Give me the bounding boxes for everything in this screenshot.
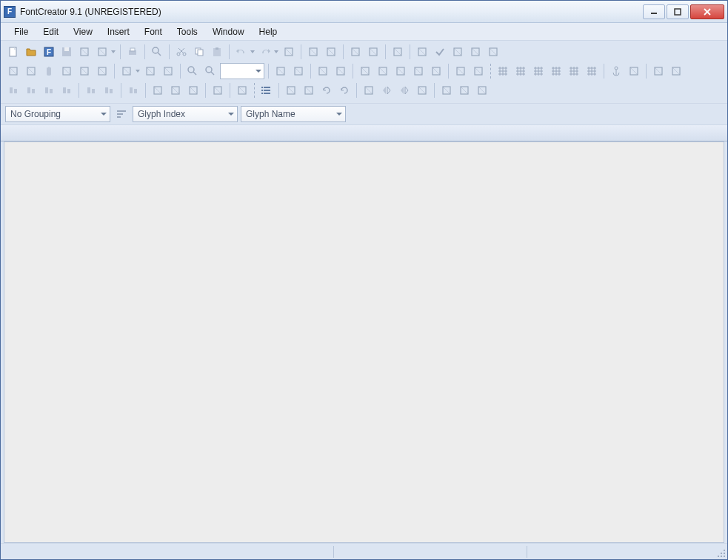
svg-rect-176	[117, 113, 123, 115]
statusbar	[1, 543, 727, 559]
chain-icon	[210, 82, 226, 99]
menu-view[interactable]: View	[66, 24, 100, 39]
glyph-name-combo[interactable]: Glyph Name	[241, 106, 346, 122]
print-icon	[124, 44, 141, 60]
resize-grip[interactable]	[717, 549, 726, 558]
toolbar-separator	[385, 44, 386, 59]
svg-line-166	[365, 87, 373, 94]
toolbar-separator	[230, 83, 230, 98]
flag-icon	[333, 63, 349, 79]
svg-line-46	[10, 67, 17, 75]
preview-p-icon	[390, 44, 406, 60]
mirror-h-icon	[378, 82, 395, 99]
menu-edit[interactable]: Edit	[36, 24, 66, 39]
knife-icon	[59, 63, 75, 79]
menu-tools[interactable]: Tools	[170, 24, 205, 39]
pen-icon	[76, 63, 93, 79]
actual-size-icon	[290, 63, 307, 79]
new-file-icon[interactable]	[5, 44, 21, 60]
autokern-icon	[414, 44, 430, 60]
toolbar-separator	[229, 44, 230, 59]
menu-file[interactable]: File	[7, 24, 36, 39]
svg-rect-132	[14, 89, 17, 93]
redo-icon-dropdown	[273, 44, 279, 60]
svg-line-62	[193, 72, 196, 75]
validate-check-icon	[432, 44, 448, 60]
grouping-combo-label: No Grouping	[10, 109, 61, 119]
font-install-icon[interactable]: F	[41, 44, 57, 60]
anchor-up-icon	[626, 63, 642, 79]
glyph-name-label: Glyph Name	[246, 109, 295, 119]
chevron-down-icon	[101, 113, 107, 116]
svg-line-76	[379, 67, 387, 75]
rounded-shape-icon	[428, 63, 444, 79]
menu-insert[interactable]: Insert	[100, 24, 137, 39]
status-separator	[333, 546, 334, 558]
svg-rect-24	[216, 47, 218, 50]
menu-font[interactable]: Font	[137, 24, 170, 39]
menu-window[interactable]: Window	[205, 24, 252, 39]
select-lasso-icon	[23, 63, 39, 79]
glyph-index-combo[interactable]: Glyph Index	[133, 106, 238, 122]
guideline-v-icon	[167, 82, 184, 99]
svg-line-86	[475, 67, 482, 75]
bring-front-icon	[438, 82, 455, 99]
svg-rect-138	[67, 89, 70, 93]
svg-line-66	[277, 67, 284, 75]
svg-rect-131	[10, 87, 13, 93]
minimize-button[interactable]	[643, 4, 665, 19]
zoom-out-icon	[202, 63, 218, 79]
guideline-diag-icon	[185, 82, 201, 99]
color-layer-icon	[160, 63, 176, 79]
svg-rect-141	[105, 87, 108, 93]
distribute-v-icon	[101, 82, 117, 99]
svg-line-10	[81, 48, 88, 56]
curves-icon	[301, 82, 317, 99]
svg-point-182	[721, 556, 722, 557]
svg-line-36	[394, 48, 401, 56]
chevron-down-icon	[228, 113, 234, 116]
zoom-field[interactable]	[220, 63, 264, 79]
toolbar-separator	[145, 83, 146, 98]
grid-bounds-icon	[530, 63, 547, 79]
tree-icon	[650, 63, 667, 79]
align-top-icon	[59, 82, 75, 99]
toolbar-separator	[343, 44, 344, 59]
grid-show-icon	[495, 63, 511, 79]
toolbar-separator	[79, 83, 79, 98]
svg-line-168	[418, 87, 426, 94]
svg-line-172	[461, 87, 468, 94]
order-icon	[474, 82, 490, 99]
toolbar-separator	[490, 64, 491, 79]
test-font-icon	[365, 44, 381, 60]
svg-rect-175	[117, 110, 126, 112]
svg-line-128	[655, 67, 662, 75]
compare-icon	[347, 44, 364, 60]
bearings-icon	[375, 63, 391, 79]
maximize-button[interactable]	[667, 4, 689, 19]
grouping-combo[interactable]: No Grouping	[5, 106, 110, 122]
toolbar-area: F	[1, 41, 727, 103]
svg-line-54	[98, 67, 106, 75]
svg-rect-142	[110, 89, 113, 93]
svg-line-150	[190, 87, 197, 94]
undo-icon	[233, 44, 250, 60]
svg-rect-22	[198, 50, 203, 56]
svg-point-181	[718, 556, 719, 557]
svg-rect-140	[92, 89, 95, 93]
svg-line-74	[361, 67, 369, 75]
app-icon: F	[4, 6, 16, 18]
svg-line-72	[337, 67, 344, 75]
list-view-icon[interactable]	[258, 82, 275, 99]
close-button[interactable]	[690, 4, 724, 19]
svg-point-159	[261, 90, 263, 91]
menu-help[interactable]: Help	[252, 24, 285, 39]
svg-rect-139	[87, 87, 90, 93]
pan-hand-icon	[41, 63, 57, 79]
transform-wizard-icon	[450, 44, 466, 60]
open-folder-icon[interactable]	[23, 44, 39, 60]
svg-line-58	[147, 67, 154, 75]
svg-rect-135	[45, 87, 48, 93]
svg-line-70	[319, 67, 327, 75]
svg-line-154	[238, 87, 246, 94]
